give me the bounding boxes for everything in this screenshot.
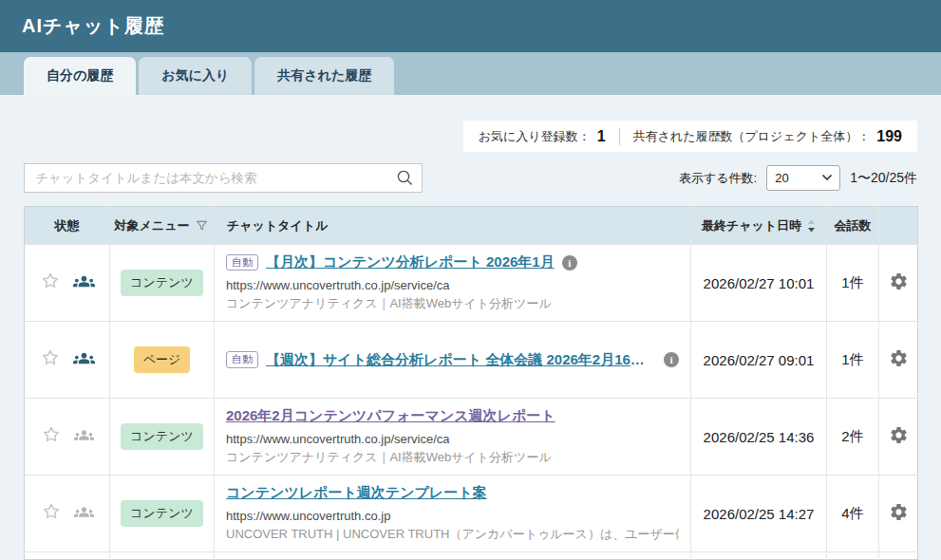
table-row: ページ 自動 【週次】サイト総合分析レポート 全体会議 2026年2月16日〜2… [25,322,918,399]
search-icon[interactable] [396,169,414,191]
info-icon[interactable] [562,255,577,271]
status-cell [25,399,110,476]
favorite-star-icon[interactable] [41,424,62,445]
chevron-down-icon [822,175,832,181]
auto-badge: 自動 [226,351,258,368]
conversations-cell: 2件 [827,399,879,476]
conversations-cell: 1件 [827,322,879,399]
display-count-selected: 20 [775,171,788,185]
chat-title-link[interactable]: 【週次】サイト総合分析レポート 全体会議 2026年2月16日〜22日 [266,351,656,369]
favorite-star-icon[interactable] [40,347,61,368]
shared-group-icon[interactable] [74,425,94,445]
shared-count-value: 199 [876,128,902,145]
header-chat-title: チャットタイトル [215,207,691,245]
menu-cell: コンテンツ [110,399,215,476]
title-cell: コンテンツレポート週次テンプレート案 https://www.uncovertr… [215,476,691,552]
chat-title-link[interactable]: 2026年2月コンテンツパフォーマンス週次レポート [226,407,555,425]
actions-cell [879,322,918,399]
tab-shared-history[interactable]: 共有された履歴 [254,57,394,95]
display-count-label: 表示する件数: [679,170,757,187]
favorite-star-icon[interactable] [40,271,61,291]
datetime-cell: 2026/02/25 14:27 [691,476,827,552]
menu-badge: コンテンツ [121,423,203,450]
shared-count-stat: 共有された履歴数（プロジェクト全体）： 199 [633,128,902,145]
chat-url: https://www.uncovertruth.co.jp [226,509,679,523]
favorites-count-value: 1 [597,128,606,145]
search-box [24,163,423,193]
filter-icon[interactable] [195,218,209,233]
tab-favorites[interactable]: お気に入り [139,57,252,95]
display-count-select[interactable]: 20 [766,165,840,191]
shared-group-icon[interactable] [73,271,95,292]
table-header-row: 状態 対象メニュー チャットタイトル 最終チャット日時 [25,207,918,245]
table-row: コンテンツ 2026年2月コンテンツパフォーマンス週次レポート https://… [25,399,918,476]
chat-description: コンテンツアナリティクス｜AI搭載Webサイト分析ツール [226,295,679,312]
actions-cell [879,399,918,476]
status-cell [25,476,110,552]
favorites-count-label: お気に入り登録数： [479,128,591,145]
favorite-star-icon[interactable] [41,501,62,522]
sort-icon[interactable] [807,219,816,233]
header-actions [879,207,918,245]
settings-gear-icon[interactable] [889,348,909,368]
conversations-cell: 4件 [827,476,879,552]
settings-gear-icon[interactable] [889,425,909,445]
info-icon[interactable] [664,352,679,367]
stats-box: お気に入り登録数： 1 共有された履歴数（プロジェクト全体）： 199 [463,121,917,152]
page-title: AIチャット履歴 [22,13,164,39]
shared-count-label: 共有された履歴数（プロジェクト全体）： [633,128,871,145]
favorites-count-stat: お気に入り登録数： 1 [479,128,606,145]
auto-badge: 自動 [226,254,258,271]
actions-cell [879,245,918,322]
shared-group-icon[interactable] [74,502,94,522]
tab-my-history[interactable]: 自分の履歴 [24,57,136,95]
menu-cell: ページ [110,322,215,399]
chat-description: コンテンツアナリティクス｜AI搭載Webサイト分析ツール [226,449,679,466]
conversations-cell: 1件 [827,245,879,322]
chat-url: https://www.uncovertruth.co.jp/service/c… [226,278,679,292]
title-cell: 自動 【週次】サイト総合分析レポート 全体会議 2026年2月16日〜22日 [215,322,691,399]
actions-cell [879,476,918,552]
chat-title-link[interactable]: コンテンツレポート週次テンプレート案 [226,484,487,502]
settings-gear-icon[interactable] [889,271,909,291]
datetime-cell: 2026/02/27 10:01 [691,245,827,322]
history-table: 状態 対象メニュー チャットタイトル 最終チャット日時 [24,206,918,560]
datetime-cell: 2026/02/25 14:36 [691,399,827,476]
menu-badge: コンテンツ [121,500,203,527]
search-input[interactable] [24,163,423,193]
pagination-range: 1〜20/25件 [850,170,917,187]
header-conversations: 会話数 [827,207,879,245]
table-row: コンテンツ コンテンツレポート週次テンプレート案 https://www.unc… [25,476,918,552]
main-content: お気に入り登録数： 1 共有された履歴数（プロジェクト全体）： 199 表示する… [0,121,941,560]
settings-gear-icon[interactable] [889,502,909,522]
chat-url: https://www.uncovertruth.co.jp/service/c… [226,432,679,446]
stats-divider [619,128,620,145]
header-datetime-label: 最終チャット日時 [702,217,801,234]
menu-badge: コンテンツ [121,270,203,296]
tab-bar: 自分の履歴 お気に入り 共有された履歴 [0,52,941,95]
title-cell: 自動 【月次】コンテンツ分析レポート 2026年1月 https://www.u… [215,245,691,322]
header-datetime[interactable]: 最終チャット日時 [691,207,827,245]
menu-badge: ページ [134,346,191,373]
menu-cell: コンテンツ [110,245,215,322]
chat-description: UNCOVER TRUTH | UNCOVER TRUTH（アンカバートゥルース… [226,526,679,543]
header-status: 状態 [25,207,110,245]
menu-cell: コンテンツ [110,476,215,552]
header-menu-label: 対象メニュー [115,217,190,234]
status-cell [25,245,110,322]
datetime-cell: 2026/02/27 09:01 [691,322,827,399]
chat-title-link[interactable]: 【月次】コンテンツ分析レポート 2026年1月 [266,253,555,271]
app-header: AIチャット履歴 [0,0,941,52]
title-cell: 2026年2月コンテンツパフォーマンス週次レポート https://www.un… [215,399,691,476]
table-row: コンテンツ 自動 【月次】コンテンツ分析レポート 2026年1月 https:/… [25,245,918,322]
shared-group-icon[interactable] [73,347,95,369]
table-row-partial [25,552,918,560]
header-menu: 対象メニュー [110,207,215,245]
status-cell [25,322,110,399]
